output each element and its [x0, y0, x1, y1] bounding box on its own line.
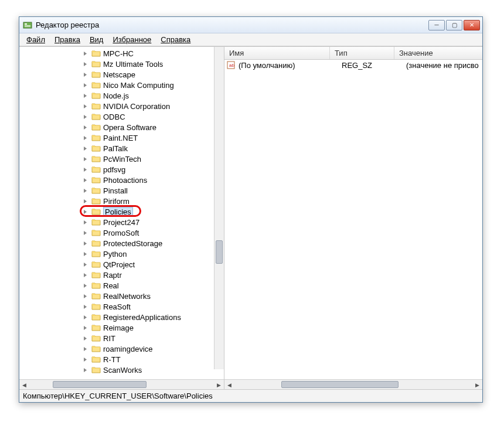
scrollbar-thumb[interactable]: [53, 381, 147, 388]
expand-icon[interactable]: [83, 262, 88, 267]
column-value[interactable]: Значение: [394, 47, 482, 59]
tree-item[interactable]: Paint.NET: [19, 132, 224, 143]
values-body[interactable]: ab (По умолчанию) REG_SZ (значение не пр…: [224, 60, 482, 379]
tree-item[interactable]: Mz Ultimate Tools: [19, 59, 224, 69]
folder-icon: [91, 271, 101, 279]
expand-icon[interactable]: [83, 72, 88, 77]
expand-icon[interactable]: [83, 251, 88, 257]
minimize-button[interactable]: ─: [428, 20, 445, 30]
values-pane: Имя Тип Значение ab (По умолчанию) REG_S…: [224, 47, 482, 389]
expand-icon[interactable]: [83, 325, 88, 331]
titlebar[interactable]: Редактор реестра ─ ▢ ✕: [19, 17, 482, 33]
tree-item[interactable]: ODBC: [19, 111, 224, 122]
expand-icon[interactable]: [83, 83, 88, 88]
tree-item[interactable]: Nico Mak Computing: [19, 80, 224, 90]
values-horizontal-scrollbar[interactable]: ◀ ▶: [224, 379, 482, 389]
expand-icon[interactable]: [83, 188, 88, 193]
expand-icon[interactable]: [83, 135, 88, 141]
column-type[interactable]: Тип: [330, 47, 394, 59]
tree-item[interactable]: PcWinTech: [19, 154, 224, 164]
expand-icon[interactable]: [83, 336, 88, 341]
folder-icon: [91, 281, 101, 290]
tree-item[interactable]: Node.js: [19, 90, 224, 101]
expand-icon[interactable]: [83, 241, 88, 246]
tree-item[interactable]: Policies: [19, 206, 224, 217]
expand-icon[interactable]: [83, 367, 88, 373]
folder-icon: [91, 334, 101, 342]
expand-icon[interactable]: [83, 167, 88, 172]
tree-item[interactable]: Reimage: [19, 322, 224, 333]
scrollbar-thumb[interactable]: [216, 240, 223, 264]
folder-icon: [91, 260, 101, 268]
tree-item[interactable]: QtProject: [19, 259, 224, 270]
expand-icon[interactable]: [83, 125, 88, 130]
expand-icon[interactable]: [83, 230, 88, 236]
scroll-right-icon[interactable]: ▶: [214, 380, 224, 390]
expand-icon[interactable]: [83, 146, 88, 151]
expand-icon[interactable]: [83, 209, 88, 215]
tree-item-label: Project247: [103, 218, 139, 227]
tree-item[interactable]: Netscape: [19, 69, 224, 80]
tree-item[interactable]: Project247: [19, 217, 224, 227]
tree-scroll[interactable]: MPC-HCMz Ultimate ToolsNetscapeNico Mak …: [19, 47, 224, 379]
maximize-button[interactable]: ▢: [446, 20, 462, 30]
expand-icon[interactable]: [83, 294, 88, 299]
menu-edit[interactable]: Правка: [50, 33, 85, 46]
tree-item[interactable]: Real: [19, 280, 224, 291]
tree-item[interactable]: ReaSoft: [19, 301, 224, 312]
value-type: REG_SZ: [342, 61, 406, 70]
value-row[interactable]: ab (По умолчанию) REG_SZ (значение не пр…: [224, 60, 482, 70]
expand-icon[interactable]: [83, 156, 88, 162]
close-button[interactable]: ✕: [464, 20, 480, 30]
scroll-right-icon[interactable]: ▶: [472, 380, 482, 390]
tree-item[interactable]: PalTalk: [19, 143, 224, 154]
menu-favorites[interactable]: Избранное: [108, 33, 156, 46]
tree-item[interactable]: PromoSoft: [19, 227, 224, 238]
tree-item[interactable]: Photoactions: [19, 175, 224, 185]
tree-item[interactable]: Opera Software: [19, 122, 224, 132]
expand-icon[interactable]: [83, 304, 88, 309]
tree-item[interactable]: NVIDIA Corporation: [19, 101, 224, 111]
expand-icon[interactable]: [83, 283, 88, 288]
tree-horizontal-scrollbar[interactable]: ◀ ▶: [19, 379, 224, 389]
scroll-left-icon[interactable]: ◀: [19, 380, 29, 390]
tree-item[interactable]: Piriform: [19, 196, 224, 206]
tree-list: MPC-HCMz Ultimate ToolsNetscapeNico Mak …: [19, 47, 224, 376]
expand-icon[interactable]: [83, 220, 88, 225]
folder-icon: [91, 345, 101, 353]
menu-help[interactable]: Справка: [156, 33, 195, 46]
expand-icon[interactable]: [83, 357, 88, 362]
tree-item[interactable]: RegisteredApplications: [19, 312, 224, 322]
tree-item[interactable]: ProtectedStorage: [19, 238, 224, 249]
expand-icon[interactable]: [83, 51, 88, 56]
tree-item[interactable]: Raptr: [19, 270, 224, 280]
tree-item[interactable]: Python: [19, 249, 224, 259]
tree-item[interactable]: Pinstall: [19, 185, 224, 196]
tree-item[interactable]: roamingdevice: [19, 343, 224, 354]
tree-item[interactable]: RIT: [19, 333, 224, 343]
expand-icon[interactable]: [83, 62, 88, 67]
expand-icon[interactable]: [83, 199, 88, 204]
scrollbar-thumb[interactable]: [281, 381, 399, 388]
menu-file[interactable]: Файл: [22, 33, 50, 46]
tree-item[interactable]: R-TT: [19, 354, 224, 365]
tree-item-label: ODBC: [103, 113, 125, 121]
tree-item[interactable]: pdfsvg: [19, 164, 224, 175]
tree-item[interactable]: ScanWorks: [19, 365, 224, 375]
folder-icon: [91, 102, 101, 110]
tree-item[interactable]: RealNetworks: [19, 291, 224, 301]
menu-view[interactable]: Вид: [85, 33, 108, 46]
svg-rect-1: [25, 23, 27, 25]
expand-icon[interactable]: [83, 104, 88, 109]
tree-item-label: Node.js: [103, 91, 129, 100]
tree-vertical-scrollbar[interactable]: [214, 47, 224, 369]
scroll-left-icon[interactable]: ◀: [224, 380, 234, 390]
expand-icon[interactable]: [83, 114, 88, 120]
expand-icon[interactable]: [83, 346, 88, 352]
expand-icon[interactable]: [83, 273, 88, 278]
expand-icon[interactable]: [83, 178, 88, 183]
expand-icon[interactable]: [83, 93, 88, 98]
column-name[interactable]: Имя: [224, 47, 330, 59]
expand-icon[interactable]: [83, 315, 88, 320]
tree-item[interactable]: MPC-HC: [19, 48, 224, 59]
